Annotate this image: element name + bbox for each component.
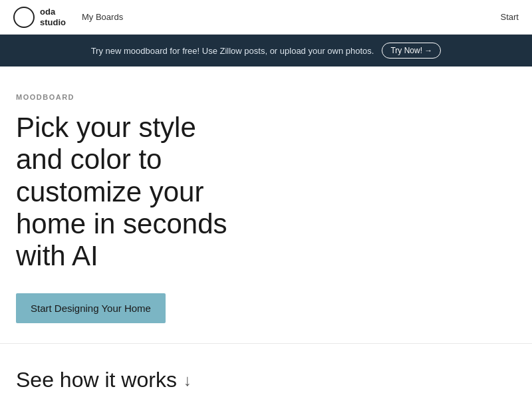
how-it-works-title: See how it works ↓ xyxy=(16,368,516,392)
try-now-button[interactable]: Try Now! → xyxy=(382,43,441,59)
navbar: oda studio My Boards Start xyxy=(0,0,532,35)
section-label: MOODBOARD xyxy=(16,93,516,101)
start-nav-button[interactable]: Start xyxy=(501,12,519,22)
logo-text: oda studio xyxy=(40,7,66,27)
my-boards-link[interactable]: My Boards xyxy=(82,12,123,22)
hero-section: MOODBOARD Pick your style and color to c… xyxy=(0,66,532,344)
banner-text: Try new moodboard for free! Use Zillow p… xyxy=(91,46,374,56)
navbar-left: oda studio My Boards xyxy=(13,7,123,28)
hero-title: Pick your style and color to customize y… xyxy=(16,112,242,272)
logo[interactable]: oda studio xyxy=(13,7,66,28)
promo-banner: Try new moodboard for free! Use Zillow p… xyxy=(0,35,532,66)
how-it-works-section: See how it works ↓ A mid-century modern … xyxy=(0,344,532,399)
down-arrow-icon: ↓ xyxy=(184,371,192,390)
start-designing-button[interactable]: Start Designing Your Home xyxy=(16,293,166,323)
logo-circle-icon xyxy=(13,7,35,28)
